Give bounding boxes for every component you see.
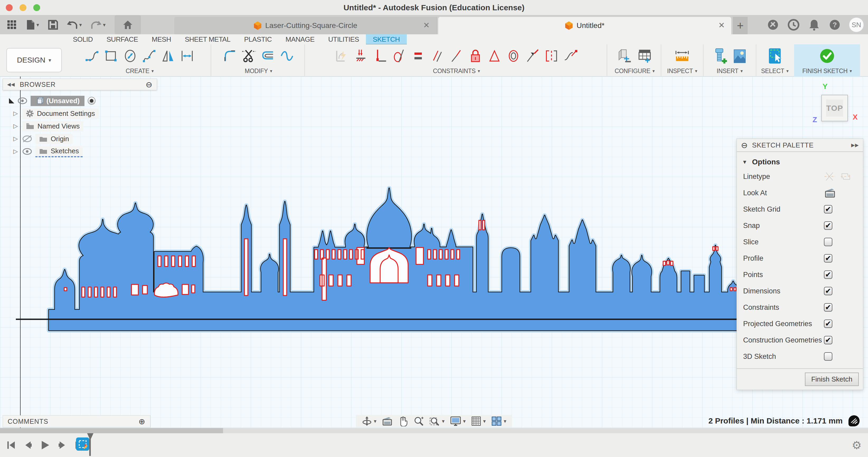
collapse-panel-icon[interactable]: ◀◀ xyxy=(7,81,15,87)
insert-canvas-icon[interactable] xyxy=(732,48,747,64)
document-tab-untitled[interactable]: Untitled* ✕ xyxy=(438,17,731,34)
hide-palette-icon[interactable]: ⊖ xyxy=(741,141,748,150)
sketch-canvas[interactable]: ◀◀ BROWSER ⊖ (Unsaved) ▷ xyxy=(0,76,868,428)
finish-sketch-palette-button[interactable]: Finish Sketch xyxy=(805,372,859,386)
constraint-fix-icon[interactable] xyxy=(468,48,483,63)
comments-bar[interactable]: COMMENTS ⊕ xyxy=(3,415,151,427)
points-checkbox[interactable] xyxy=(824,270,832,279)
tab-plastic[interactable]: PLASTIC xyxy=(237,34,279,44)
activate-component-radio[interactable] xyxy=(88,97,96,105)
sketch-grid-checkbox[interactable] xyxy=(824,205,832,214)
play-button[interactable] xyxy=(40,440,50,450)
view-cube-face-label[interactable]: TOP xyxy=(826,104,843,113)
tab-mesh[interactable]: MESH xyxy=(145,34,178,44)
projected-geometries-checkbox[interactable] xyxy=(824,320,832,328)
close-icon[interactable]: ✕ xyxy=(423,21,430,30)
workspace-selector-button[interactable]: DESIGN ▾ xyxy=(6,48,62,72)
constraints-checkbox[interactable] xyxy=(824,303,832,312)
item-label[interactable]: Document Settings xyxy=(37,109,95,118)
constraint-symmetry-icon[interactable] xyxy=(544,48,559,63)
timeline-marker-bar[interactable] xyxy=(89,434,91,456)
create-line-icon[interactable] xyxy=(85,48,99,63)
look-at-icon[interactable] xyxy=(824,188,836,198)
centerline-linetype-icon[interactable] xyxy=(824,171,836,182)
go-to-start-button[interactable] xyxy=(6,440,16,450)
constraint-parallel-icon[interactable] xyxy=(430,48,445,63)
section-collapse-icon[interactable]: ▼ xyxy=(742,159,747,165)
modify-curve-icon[interactable] xyxy=(280,48,294,63)
profile-checkbox[interactable] xyxy=(824,254,832,263)
visibility-off-eye-icon[interactable] xyxy=(22,135,32,142)
construction-linetype-icon[interactable] xyxy=(840,171,851,182)
configure-table-icon[interactable] xyxy=(637,48,653,64)
visibility-eye-icon[interactable] xyxy=(22,148,32,155)
slice-checkbox[interactable] xyxy=(824,238,832,246)
tab-surface[interactable]: SURFACE xyxy=(100,34,145,44)
group-configure-label[interactable]: CONFIGURE xyxy=(615,68,650,75)
home-view-button[interactable] xyxy=(115,15,141,34)
timeline-settings-gear-icon[interactable]: ⚙ xyxy=(851,433,862,457)
tab-sheet-metal[interactable]: SHEET METAL xyxy=(178,34,237,44)
clock-history-icon[interactable] xyxy=(787,19,800,31)
root-document-label[interactable]: (Unsaved) xyxy=(46,97,80,105)
group-constraints-label[interactable]: CONSTRAINTS xyxy=(433,68,476,75)
new-tab-button[interactable]: + xyxy=(733,17,748,34)
group-inspect-label[interactable]: INSPECT xyxy=(667,68,693,75)
group-modify-label[interactable]: MODIFY xyxy=(245,68,268,75)
insert-fastener-icon[interactable] xyxy=(712,47,728,64)
look-at-button[interactable] xyxy=(382,416,393,426)
help-icon[interactable]: ? xyxy=(828,19,841,31)
snap-checkbox[interactable] xyxy=(824,221,832,230)
add-comment-icon[interactable]: ⊕ xyxy=(138,417,146,426)
notifications-bell-icon[interactable] xyxy=(808,19,820,31)
modify-fillet-icon[interactable] xyxy=(222,48,237,63)
dimensions-checkbox[interactable] xyxy=(824,287,832,295)
tab-manage[interactable]: MANAGE xyxy=(279,34,321,44)
modify-offset-icon[interactable] xyxy=(260,48,275,63)
constraint-coincident-icon[interactable] xyxy=(354,48,369,63)
3d-sketch-checkbox[interactable] xyxy=(824,352,832,361)
orbit-button[interactable]: ▾ xyxy=(362,416,376,426)
constraint-perpendicular-icon[interactable] xyxy=(449,48,464,63)
item-label[interactable]: Sketches xyxy=(51,147,79,155)
collapse-arrow-icon[interactable] xyxy=(9,98,14,103)
item-label[interactable]: Named Views xyxy=(37,122,80,130)
constraint-collinear-icon[interactable] xyxy=(525,48,540,63)
item-label[interactable]: Origin xyxy=(51,135,69,143)
job-status-icon[interactable] xyxy=(767,19,779,31)
zoom-button[interactable] xyxy=(413,416,424,426)
visibility-eye-icon[interactable] xyxy=(18,97,27,104)
sketch-dimension-icon[interactable] xyxy=(335,48,350,63)
pin-palette-icon[interactable]: ▶▶ xyxy=(851,142,859,148)
step-back-button[interactable] xyxy=(23,440,33,450)
browser-item-named-views[interactable]: ▷ Named Views xyxy=(12,120,157,132)
grid-settings-button[interactable]: ▾ xyxy=(471,416,486,426)
display-settings-button[interactable]: ▾ xyxy=(450,416,466,426)
browser-item-document-settings[interactable]: ▷ Document Settings xyxy=(12,107,157,120)
app-menu-icon[interactable] xyxy=(7,20,17,30)
constraint-equal-icon[interactable] xyxy=(411,48,426,63)
create-dimension-icon[interactable] xyxy=(180,48,194,63)
constraint-midpoint-icon[interactable] xyxy=(487,48,502,63)
create-circle-icon[interactable] xyxy=(123,48,137,63)
viewports-button[interactable]: ▾ xyxy=(491,416,506,426)
configure-box-icon[interactable] xyxy=(617,48,632,64)
create-spline-icon[interactable] xyxy=(142,48,157,63)
tab-utilities[interactable]: UTILITIES xyxy=(321,34,366,44)
timeline-scrollbar[interactable] xyxy=(0,428,868,433)
modify-trim-icon[interactable] xyxy=(242,48,256,63)
group-select-label[interactable]: SELECT xyxy=(761,68,784,75)
constraint-tangent-icon[interactable] xyxy=(392,48,407,63)
inspect-measure-icon[interactable] xyxy=(674,48,691,64)
close-icon[interactable]: ✕ xyxy=(718,21,725,30)
group-insert-label[interactable]: INSERT xyxy=(717,68,738,75)
save-button[interactable] xyxy=(48,20,58,30)
step-forward-button[interactable] xyxy=(58,440,67,450)
expand-icon[interactable]: ▷ xyxy=(12,123,19,130)
constraint-curvature-icon[interactable] xyxy=(563,48,578,63)
browser-root-row[interactable]: (Unsaved) xyxy=(3,94,157,107)
browser-item-sketches[interactable]: ▷ Sketches xyxy=(12,145,157,158)
expand-icon[interactable]: ▷ xyxy=(12,148,19,155)
pan-button[interactable] xyxy=(398,416,408,426)
expand-icon[interactable]: ▷ xyxy=(12,110,19,117)
